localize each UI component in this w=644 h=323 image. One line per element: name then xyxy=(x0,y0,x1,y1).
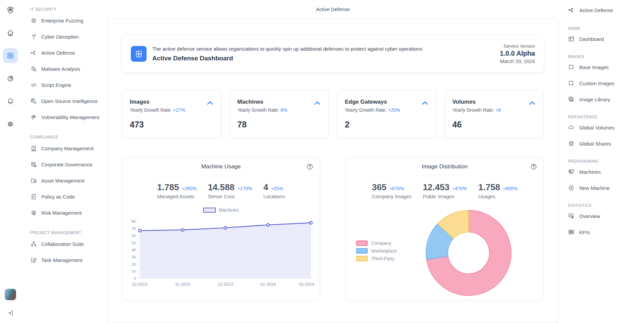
stat-card-value: 2 xyxy=(345,120,429,129)
help-icon[interactable] xyxy=(306,163,314,170)
service-switcher[interactable]: Active Defense xyxy=(568,0,641,20)
svg-text:0: 0 xyxy=(134,276,136,280)
chart-stat-managed-assets: 1.785+260%Managed Assets xyxy=(157,182,197,199)
sidebar-item-asset-management[interactable]: Asset Management xyxy=(30,172,105,189)
building-icon xyxy=(30,145,37,152)
sidebar-item-collaboration-suite[interactable]: Collaboration Suite xyxy=(30,236,105,252)
right-nav-item-overview[interactable]: Overview xyxy=(568,208,641,224)
nav-analytics[interactable] xyxy=(3,71,18,86)
stat-card-growth: Yearly Growth Rate: +27% xyxy=(130,107,214,113)
stat-card-growth-value: 8% xyxy=(280,107,287,113)
right-nav-item-global-shares[interactable]: Global Shares xyxy=(568,136,641,152)
donut-legend: CompanyMarketplaceThird-Party xyxy=(356,240,397,261)
right-nav-item-image-library[interactable]: Image Library xyxy=(568,91,641,107)
service-version-label: Service Version xyxy=(500,44,535,49)
sidebar-item-vulnerability-management[interactable]: Vulnerability Management xyxy=(30,109,105,125)
right-nav-item-label: Image Library xyxy=(579,97,610,102)
sidebar-item-label: Script Engine xyxy=(41,82,71,88)
sidebar-item-active-defense[interactable]: Active Defense xyxy=(30,45,105,61)
chart-stat-value: 14.588 xyxy=(208,182,235,193)
database-icon xyxy=(568,140,575,147)
app-root: IT SECURITYEnterprise FuzzingCyber Decep… xyxy=(0,0,644,323)
nav-notifications[interactable] xyxy=(3,94,18,109)
right-nav-item-new-machine[interactable]: New Machine xyxy=(568,180,641,196)
chart-stat-label: Managed Assets xyxy=(157,194,197,199)
chart-stat-delta: +25% xyxy=(271,186,283,191)
legend-item-company[interactable]: Company xyxy=(356,240,397,246)
stat-card-growth-value: +20% xyxy=(388,107,400,113)
machines-legend[interactable]: Machines xyxy=(122,207,320,213)
stat-card-growth-value: +8 xyxy=(495,107,501,113)
clipboard-arrow-icon xyxy=(30,193,37,200)
nav-home[interactable] xyxy=(3,25,18,40)
right-nav-item-machines[interactable]: Machines xyxy=(568,164,641,180)
help-icon[interactable] xyxy=(530,163,537,170)
right-nav-item-global-volumes[interactable]: Global Volumes xyxy=(568,119,641,136)
collapse-chevron-up-icon[interactable] xyxy=(421,99,429,108)
legend-item-third-party[interactable]: Third-Party xyxy=(356,256,397,261)
dashboard-panel-icon xyxy=(568,36,575,42)
sidebar-item-label: Enterprise Fuzzing xyxy=(41,18,83,23)
chart-stat-label: Usages xyxy=(478,194,518,199)
right-nav-item-kpis[interactable]: KPIs xyxy=(568,224,641,240)
sidebar-item-script-engine[interactable]: Script Engine xyxy=(30,77,105,93)
sidebar-item-risk-management[interactable]: Risk Management xyxy=(30,205,105,221)
sidebar-item-open-source-intelligence[interactable]: Open Source Intelligence xyxy=(30,93,105,109)
sidebar-item-corporate-governance[interactable]: Corporate Governance xyxy=(30,156,105,172)
svg-text:01-2024: 01-2024 xyxy=(261,282,276,287)
sidebar-item-malware-analysis[interactable]: Malware Analysis xyxy=(30,61,105,77)
stat-card-title: Images xyxy=(130,99,214,105)
sidebar-sections: IT SECURITYEnterprise FuzzingCyber Decep… xyxy=(30,7,105,268)
section-label: PERSISTENCE xyxy=(568,115,641,119)
rail-nav xyxy=(3,3,18,140)
charts-row: Machine Usage 1.785+260%Managed Assets14… xyxy=(122,157,544,301)
right-nav-section-statistics: STATISTICSOverviewKPIs xyxy=(568,203,641,240)
collapse-chevron-up-icon[interactable] xyxy=(528,99,537,108)
sidebar-item-cyber-deception[interactable]: Cyber Deception xyxy=(30,29,105,45)
service-version-block: Service Version 1.0.0 Alpha March 20, 20… xyxy=(500,44,535,64)
bell-icon xyxy=(6,97,14,105)
svg-text:50: 50 xyxy=(131,241,136,245)
nav-apps[interactable] xyxy=(3,48,18,63)
right-nav-item-label: Base Images xyxy=(579,64,609,70)
service-version-date: March 20, 2024 xyxy=(500,58,535,64)
legend-item-marketplace[interactable]: Marketplace xyxy=(356,248,397,254)
sidebar-item-enterprise-fuzzing[interactable]: Enterprise Fuzzing xyxy=(30,12,105,29)
right-nav-item-base-images[interactable]: Base Images xyxy=(568,59,641,75)
logout-icon xyxy=(7,309,14,317)
right-nav-item-dashboard[interactable]: Dashboard xyxy=(568,31,641,47)
sidebar-item-company-management[interactable]: Company Management xyxy=(30,140,105,156)
collapse-chevron-up-icon[interactable] xyxy=(206,99,214,108)
right-nav-item-custom-images[interactable]: Custom Images xyxy=(568,75,641,91)
right-nav-item-label: Machines xyxy=(579,169,601,175)
machine-monitor-icon xyxy=(568,168,575,175)
task-edit-icon xyxy=(30,257,37,264)
collapse-chevron-up-icon[interactable] xyxy=(313,99,322,108)
grid-icon xyxy=(6,52,14,60)
logout-button[interactable] xyxy=(4,307,16,319)
fork-arrow-icon xyxy=(30,33,37,40)
branch-nodes-icon xyxy=(30,49,37,56)
user-avatar[interactable] xyxy=(5,289,16,300)
svg-text:80: 80 xyxy=(131,219,136,223)
right-nav-section-persistence: PERSISTENCEGlobal VolumesGlobal Shares xyxy=(568,115,641,152)
overview-board-icon xyxy=(568,213,575,219)
nav-settings[interactable] xyxy=(3,117,18,131)
app-logo[interactable] xyxy=(3,3,18,17)
code-icon xyxy=(30,82,37,89)
right-sidebar-title: Active Defense xyxy=(579,7,613,13)
stat-card-value: 78 xyxy=(237,120,321,129)
stat-card-machines: MachinesYearly Growth Rate: 8%78 xyxy=(230,90,329,138)
cloud-icon xyxy=(568,124,575,131)
square-icon xyxy=(568,64,575,70)
sidebar-section-project-management: PROJECT MANAGEMENTCollaboration SuiteTas… xyxy=(30,230,105,268)
service-banner: The active defense service allows organi… xyxy=(122,36,544,72)
pie-chart-icon xyxy=(6,74,14,83)
chart-stat-value: 1.785 xyxy=(157,182,179,193)
section-label: HOME xyxy=(568,26,641,31)
chevron-up-icon xyxy=(421,99,429,108)
sidebar-item-policy-as-code[interactable]: Policy as Code xyxy=(30,189,105,205)
document-gear-icon xyxy=(30,161,37,168)
branch-nodes-icon xyxy=(568,6,575,14)
sidebar-item-task-management[interactable]: Task Management xyxy=(30,252,105,268)
